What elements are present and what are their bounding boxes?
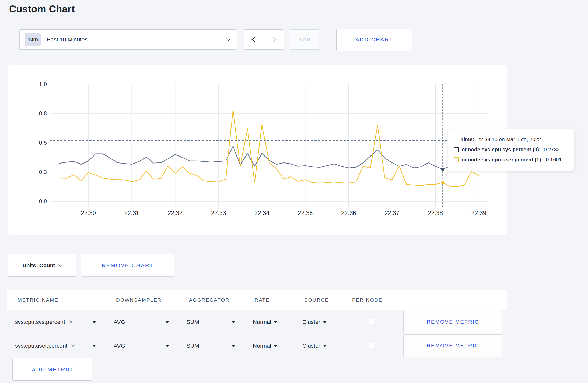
col-header-rate: RATE — [255, 290, 270, 310]
tooltip-series-name: cr.node.sys.cpu.user.percent (1): — [462, 157, 543, 163]
toolbar-left-rule — [8, 29, 8, 50]
tooltip-time-row: Time:22:38:10 on Mar 15th, 2022 — [460, 137, 567, 143]
add-chart-button[interactable]: ADD CHART — [336, 29, 412, 51]
time-range-selector[interactable]: 10m Past 10 Minutes — [19, 29, 237, 50]
y-axis-tick: 0.8 — [30, 110, 47, 117]
series-line-1 — [60, 110, 479, 187]
rate-value: Normal — [253, 343, 271, 349]
custom-chart-page: Custom Chart 10m Past 10 Minutes Now ADD… — [0, 0, 588, 383]
now-button[interactable]: Now — [289, 29, 319, 50]
aggregator-value: SUM — [186, 343, 199, 349]
series-swatch-sys-icon — [454, 147, 459, 152]
tooltip-series-name: cr.node.sys.cpu.sys.percent (0): — [462, 147, 541, 153]
caret-down-icon — [323, 321, 327, 323]
downsampler-dropdown[interactable]: AVG — [114, 334, 169, 358]
x-axis-tick: 22:32 — [157, 210, 193, 217]
rate-value: Normal — [253, 319, 271, 325]
y-axis-tick: 1.0 — [30, 81, 47, 88]
caret-down-icon — [165, 345, 169, 347]
caret-down-icon — [323, 345, 327, 347]
downsampler-value: AVG — [114, 319, 125, 325]
next-time-button[interactable] — [264, 30, 284, 49]
caret-down-icon — [274, 321, 277, 323]
tooltip-time-value: 22:38:10 on Mar 15th, 2022 — [477, 137, 541, 142]
time-pager — [244, 29, 284, 50]
caret-down-icon — [92, 321, 96, 323]
metric-name-dropdown[interactable]: sys.cpu.sys.percent ✕ — [15, 310, 96, 334]
x-axis-tick: 22:34 — [244, 210, 280, 217]
time-range-badge: 10m — [25, 33, 41, 46]
per-node-checkbox[interactable] — [369, 319, 374, 324]
tooltip-series-value: 0.1601 — [546, 157, 562, 163]
rate-dropdown[interactable]: Normal — [253, 334, 277, 358]
remove-chart-button[interactable]: REMOVE CHART — [81, 254, 174, 277]
per-node-checkbox[interactable] — [369, 343, 374, 348]
caret-down-icon — [165, 321, 169, 323]
chart-card: 0.00.30.50.81.022:3022:3122:3222:3322:34… — [8, 65, 507, 235]
source-dropdown[interactable]: Cluster — [302, 310, 327, 334]
aggregator-value: SUM — [186, 319, 199, 325]
rate-dropdown[interactable]: Normal — [253, 310, 277, 334]
chevron-down-icon — [226, 36, 230, 41]
downsampler-dropdown[interactable]: AVG — [114, 310, 169, 334]
series-line-0 — [60, 146, 479, 169]
chevron-left-icon — [251, 36, 258, 42]
y-axis-tick: 0.0 — [30, 198, 47, 205]
caret-down-icon — [274, 345, 277, 347]
tooltip-series-value: 0.2732 — [544, 147, 560, 153]
time-range-label: Past 10 Minutes — [47, 36, 88, 43]
units-dropdown[interactable]: Units: Count — [8, 254, 76, 277]
x-axis-tick: 22:38 — [417, 210, 453, 217]
crosshair-dot-1 — [441, 181, 444, 184]
remove-metric-button[interactable]: REMOVE METRIC — [403, 334, 502, 357]
col-header-aggregator: AGGREGATOR — [189, 290, 229, 310]
metric-name: sys.cpu.sys.percent — [15, 319, 65, 325]
y-axis-tick: 0.5 — [30, 139, 47, 146]
x-axis-tick: 22:30 — [70, 210, 107, 217]
y-axis-tick: 0.3 — [30, 169, 47, 175]
page-title: Custom Chart — [9, 4, 75, 15]
caret-down-icon — [92, 345, 96, 347]
col-header-metric-name: METRIC NAME — [18, 290, 58, 310]
aggregator-dropdown[interactable]: SUM — [186, 310, 235, 334]
chevron-right-icon — [270, 36, 276, 42]
x-axis-tick: 22:35 — [287, 210, 324, 217]
tooltip-series-row: cr.node.sys.cpu.sys.percent (0): 0.2732 — [454, 147, 567, 153]
downsampler-value: AVG — [114, 343, 125, 349]
chevron-down-icon — [58, 263, 62, 267]
remove-metric-button[interactable]: REMOVE METRIC — [403, 310, 502, 334]
prev-time-button[interactable] — [244, 30, 264, 49]
units-label: Units: Count — [23, 262, 55, 268]
col-header-downsampler: DOWNSAMPLER — [116, 290, 162, 310]
crosshair-dot-0 — [441, 168, 444, 171]
x-axis-tick: 22:37 — [374, 210, 410, 217]
aggregator-dropdown[interactable]: SUM — [186, 334, 235, 358]
metric-name: sys.cpu.user.percent — [15, 343, 67, 349]
chart-tooltip: Time:22:38:10 on Mar 15th, 2022 cr.node.… — [448, 129, 574, 171]
clear-metric-icon[interactable]: ✕ — [68, 319, 73, 325]
caret-down-icon — [232, 321, 235, 323]
source-dropdown[interactable]: Cluster — [302, 334, 327, 358]
source-value: Cluster — [302, 319, 320, 325]
tooltip-time-label: Time: — [460, 137, 474, 142]
series-swatch-user-icon — [454, 157, 459, 162]
x-axis-tick: 22:39 — [461, 210, 497, 217]
col-header-source: SOURCE — [304, 290, 329, 310]
metric-name-dropdown[interactable]: sys.cpu.user.percent ✕ — [15, 334, 96, 358]
x-axis-tick: 22:36 — [331, 210, 367, 217]
col-header-per-node: PER NODE — [352, 290, 382, 310]
source-value: Cluster — [302, 343, 320, 349]
clear-metric-icon[interactable]: ✕ — [71, 343, 75, 349]
tooltip-series-row: cr.node.sys.cpu.user.percent (1): 0.1601 — [454, 157, 567, 163]
add-metric-button[interactable]: ADD METRIC — [12, 358, 92, 381]
caret-down-icon — [232, 345, 235, 347]
x-axis-tick: 22:31 — [114, 210, 150, 217]
x-axis-tick: 22:33 — [200, 210, 237, 217]
